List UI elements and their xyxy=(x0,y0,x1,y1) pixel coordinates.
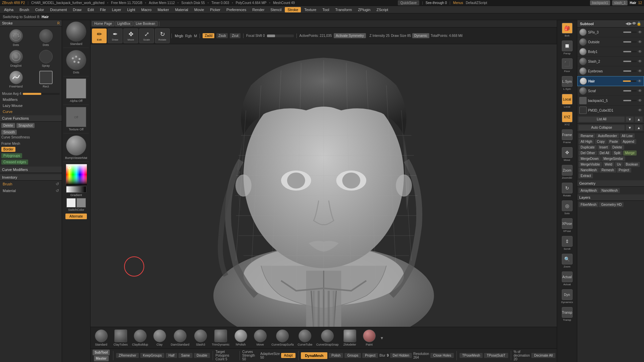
keepgroups-btn[interactable]: KeepGroups xyxy=(140,353,164,358)
rgb-label[interactable]: Rgb xyxy=(185,34,192,38)
snapshot-btn[interactable]: Snapshot xyxy=(16,123,35,128)
brush-dots1[interactable]: Dots xyxy=(1,28,31,48)
extract-btn[interactable]: Extract xyxy=(579,173,593,178)
geometry-hd-btn[interactable]: Geometry HD xyxy=(599,202,624,207)
bottom-tool-slash3[interactable]: Slash3 xyxy=(192,328,210,347)
subtool-eyebrows[interactable]: Eyebrows 👁 xyxy=(577,66,644,76)
all-high-btn[interactable]: All High xyxy=(579,139,594,144)
fr-local[interactable]: Local Local xyxy=(559,93,576,110)
subtool-nav-prev[interactable]: ◀ xyxy=(626,21,628,26)
mergesimilar-btn[interactable]: MergeSimilar xyxy=(601,156,625,161)
gradient-preview[interactable]: Gradient xyxy=(64,186,88,197)
brush-refresh-icon[interactable]: ↺ xyxy=(56,182,59,186)
geometry-header[interactable]: Geometry xyxy=(577,180,644,187)
autoreorder-btn[interactable]: AutoReorder xyxy=(596,133,619,138)
tposemesh-btn[interactable]: TPoseMesh xyxy=(460,353,483,358)
bottom-tool-hpolish[interactable]: hPolish xyxy=(231,328,250,347)
border-btn[interactable]: Border xyxy=(1,147,15,152)
insert-btn[interactable]: Insert xyxy=(597,145,610,150)
viewport-canvas[interactable] xyxy=(91,44,557,327)
home-page-btn[interactable]: Home Page xyxy=(92,21,114,26)
see-through[interactable]: See-through 0 xyxy=(426,1,447,5)
live-boolean-btn[interactable]: Live Boolean xyxy=(133,21,158,26)
texture-preview[interactable]: Off Texture Off xyxy=(64,107,88,131)
menu-marker[interactable]: Marker xyxy=(155,7,172,12)
tpose-subt-btn[interactable]: TPose|SubT xyxy=(484,353,508,358)
zadd-btn[interactable]: Zadd xyxy=(203,33,214,38)
color-picker-area[interactable] xyxy=(64,164,88,185)
st-eye-backpack15[interactable]: 👁 xyxy=(638,98,642,103)
rotate-tool[interactable]: ↻ Rotate xyxy=(155,28,170,43)
menu-render[interactable]: Render xyxy=(250,7,267,12)
brush-dots2[interactable]: Dots xyxy=(31,28,60,48)
brush-section[interactable]: Brush ↺ xyxy=(0,181,62,187)
inventory-header[interactable]: Inventory xyxy=(0,174,62,181)
quicksave-btn[interactable]: QuickSave xyxy=(398,0,419,5)
expand-tools-btn[interactable]: ▾ xyxy=(379,335,384,341)
menu-zplugin[interactable]: ZPlugin xyxy=(355,7,373,12)
st-eye-pm3d[interactable]: 👁 xyxy=(638,108,642,113)
remesh-btn[interactable]: Remesh xyxy=(599,168,616,173)
project-btn[interactable]: Project xyxy=(362,353,378,358)
fr-frame[interactable]: Frame Frame xyxy=(559,128,576,145)
dots-preview[interactable]: Dots xyxy=(64,50,88,74)
menus-btn[interactable]: Menus xyxy=(453,1,463,5)
delete-st-btn[interactable]: Delete xyxy=(610,145,624,150)
nanomesh2-btn[interactable]: NanoMesh xyxy=(599,188,620,193)
alternate-btn[interactable]: Alternate xyxy=(65,214,87,219)
fr-xpose[interactable]: XPose XPose xyxy=(559,217,576,234)
bottom-tool-standard[interactable]: Standard xyxy=(92,328,110,347)
same-btn[interactable]: Same xyxy=(178,353,193,358)
zsub-btn[interactable]: Zsub xyxy=(216,33,228,38)
st-eye-eyebrows[interactable]: 👁 xyxy=(638,69,642,73)
menu-material[interactable]: Material xyxy=(172,7,191,12)
dynamic-btn[interactable]: Dynamic xyxy=(412,33,429,38)
st-eye-hair[interactable]: 👁 xyxy=(638,79,642,83)
menu-macro[interactable]: Macro xyxy=(139,7,154,12)
subtool-master-btn[interactable]: SubTool Master xyxy=(92,349,110,362)
bottom-tool-zmodeler[interactable]: ZModeler xyxy=(340,328,359,347)
bottom-tool-curvesnap2[interactable]: CurveStrapSnap xyxy=(315,328,340,347)
brush-rect[interactable]: Rect xyxy=(31,69,60,89)
menu-light[interactable]: Light xyxy=(124,7,138,12)
fr-zoom3d[interactable]: Zoom Zoom3D xyxy=(559,164,576,181)
curve-functions-header[interactable]: Curve Functions xyxy=(0,115,62,122)
decimate-all-btn[interactable]: Decimate All xyxy=(531,353,555,358)
modifiers-item[interactable]: Modifiers xyxy=(0,97,62,103)
subtool-scraf[interactable]: Scraf 👁 xyxy=(577,86,644,96)
stroke-header[interactable]: Stroke R xyxy=(0,20,62,26)
lazy-mouse-item[interactable]: Lazy Mouse xyxy=(0,103,62,109)
mrgb-label[interactable]: Mrgb xyxy=(175,34,183,38)
menu-alpha[interactable]: Alpha xyxy=(1,7,16,12)
auto-collapse-icon[interactable]: ▼ xyxy=(626,125,634,130)
subtool-eye-all[interactable]: 👁 xyxy=(632,21,636,26)
fr-persp[interactable]: 🔲 Persp xyxy=(559,39,576,56)
smooth-btn[interactable]: Smooth xyxy=(1,130,17,135)
subtool-nav-next[interactable]: ▶ xyxy=(629,21,632,26)
backpack1-btn[interactable]: backpack1 xyxy=(590,0,610,5)
fibermesh-btn[interactable]: FiberMesh xyxy=(579,202,598,207)
dynmesh-btn[interactable]: DynaMesh xyxy=(301,352,327,359)
half-btn[interactable]: Half xyxy=(166,353,177,358)
bottom-tool-curvesnap[interactable]: CurveSnapSurfa xyxy=(270,328,295,347)
move-tool[interactable]: ✥ Move xyxy=(123,28,138,43)
fr-belt[interactable]: 🎒 Belt xyxy=(559,21,576,39)
fr-scroll[interactable]: ⇕ Scroll xyxy=(559,235,576,252)
project-st-btn[interactable]: Project xyxy=(617,168,631,173)
bottom-tool-curvetube[interactable]: CurveTube xyxy=(296,328,314,347)
draw-tool[interactable]: ✒ Draw xyxy=(108,28,122,43)
fr-transp[interactable]: Transp Transp xyxy=(559,306,576,323)
m-label[interactable]: M xyxy=(194,34,197,38)
mouse-avg-row[interactable]: Mouse Avg 4 xyxy=(0,91,62,97)
menu-movie[interactable]: Movie xyxy=(192,7,207,12)
bottom-tool-clay[interactable]: Clay xyxy=(150,328,169,347)
brush-spray[interactable]: Spray xyxy=(31,49,60,69)
material-refresh-icon[interactable]: ↺ xyxy=(56,188,59,193)
zcut-btn[interactable]: Zcut xyxy=(230,33,240,38)
material-preview[interactable]: BumpViewerMat xyxy=(64,135,88,160)
edit-tool[interactable]: ✏ Edit xyxy=(92,28,107,43)
swatch-gray[interactable] xyxy=(76,198,86,207)
activate-symmetry-btn[interactable]: Activate Symmetry xyxy=(334,33,366,38)
auto-collapse-btn[interactable]: Auto Collapse xyxy=(579,125,625,130)
auto-collapse-icon2[interactable]: ▲ xyxy=(635,125,643,130)
